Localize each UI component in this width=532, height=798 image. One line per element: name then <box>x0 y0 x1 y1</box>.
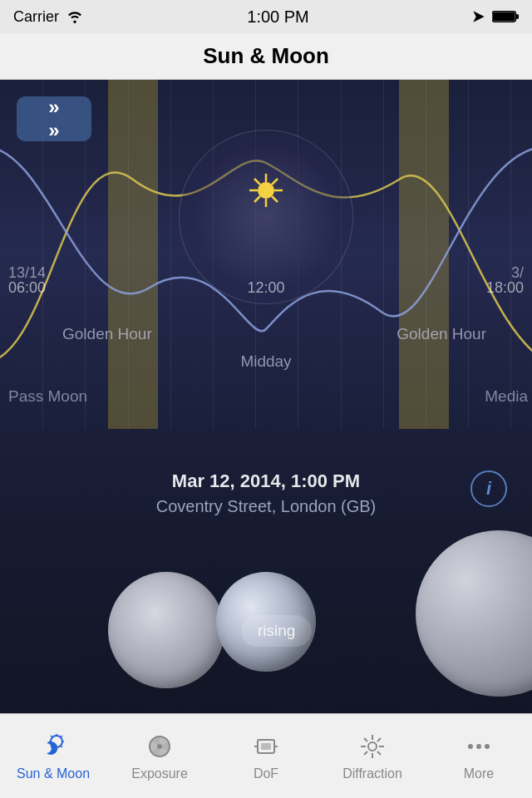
golden-hour-label-right: Golden Hour <box>397 325 486 343</box>
media-label: Media <box>485 387 528 406</box>
location-display: Coventry Street, London (GB) <box>156 497 377 516</box>
svg-rect-2 <box>515 14 519 18</box>
main-content: 13/14 3/ 06:00 12:00 18:00 Golden Hour G… <box>0 80 532 713</box>
svg-rect-1 <box>493 12 515 22</box>
status-time: 1:00 PM <box>247 7 308 27</box>
carrier-label: Carrier <box>13 8 59 26</box>
midday-label: Midday <box>240 352 291 371</box>
status-left: Carrier <box>13 8 84 26</box>
svg-line-34 <box>364 751 367 755</box>
svg-line-18 <box>61 746 62 747</box>
time-label-12: 12:00 <box>247 279 284 297</box>
svg-line-17 <box>51 736 52 737</box>
info-icon: i <box>486 478 491 500</box>
wifi-icon <box>66 10 84 23</box>
svg-point-38 <box>485 744 490 749</box>
nav-title: Sun & Moon <box>203 43 329 69</box>
svg-point-22 <box>157 744 162 749</box>
svg-line-32 <box>377 751 381 755</box>
golden-hour-label-left: Golden Hour <box>62 325 152 343</box>
rising-badge: rising <box>241 615 312 647</box>
tab-more-label: More <box>464 766 494 781</box>
more-tab-icon <box>464 732 494 761</box>
tab-dof-label: DoF <box>254 766 278 781</box>
tab-diffraction-label: Diffraction <box>342 766 402 781</box>
sun-icon <box>245 170 287 211</box>
svg-point-36 <box>468 744 473 749</box>
time-labels: 06:00 12:00 18:00 <box>0 279 532 297</box>
time-label-18: 18:00 <box>486 279 524 297</box>
left-sphere <box>108 572 224 688</box>
chevrons-icon: »» <box>48 96 59 142</box>
rising-label: rising <box>258 622 295 639</box>
tab-exposure[interactable]: Exposure <box>106 714 213 798</box>
status-bar: Carrier 1:00 PM <box>0 0 532 33</box>
tab-diffraction[interactable]: Diffraction <box>319 714 426 798</box>
pass-moon-label: Pass Moon <box>8 387 87 406</box>
sun-moon-tab-icon <box>38 732 68 761</box>
svg-line-8 <box>254 179 260 185</box>
location-icon <box>472 10 485 23</box>
exposure-tab-icon <box>145 732 175 761</box>
svg-line-9 <box>272 196 278 202</box>
svg-line-33 <box>377 738 381 741</box>
collapse-button[interactable]: »» <box>17 96 91 141</box>
battery-icon <box>492 10 519 23</box>
nav-bar: Sun & Moon <box>0 33 532 80</box>
status-right <box>472 10 519 23</box>
info-button[interactable]: i <box>470 470 507 507</box>
svg-rect-24 <box>261 743 271 750</box>
svg-point-35 <box>368 742 377 751</box>
time-label-06: 06:00 <box>8 279 46 297</box>
date-location: Mar 12, 2014, 1:00 PM Coventry Street, L… <box>156 470 377 516</box>
tab-bar: Sun & Moon Exposure DoF <box>0 713 532 798</box>
svg-line-31 <box>364 738 367 741</box>
tab-more[interactable]: More <box>426 714 532 798</box>
tab-sun-moon-label: Sun & Moon <box>17 766 90 781</box>
diffraction-tab-icon <box>357 732 387 761</box>
tab-exposure-label: Exposure <box>131 766 188 781</box>
dof-tab-icon <box>251 732 281 761</box>
tab-dof[interactable]: DoF <box>213 714 319 798</box>
svg-point-37 <box>476 744 481 749</box>
svg-line-19 <box>61 736 62 737</box>
tab-sun-moon[interactable]: Sun & Moon <box>0 714 106 798</box>
date-time-display: Mar 12, 2014, 1:00 PM <box>156 470 377 492</box>
svg-line-10 <box>272 179 278 185</box>
svg-line-11 <box>254 196 260 202</box>
